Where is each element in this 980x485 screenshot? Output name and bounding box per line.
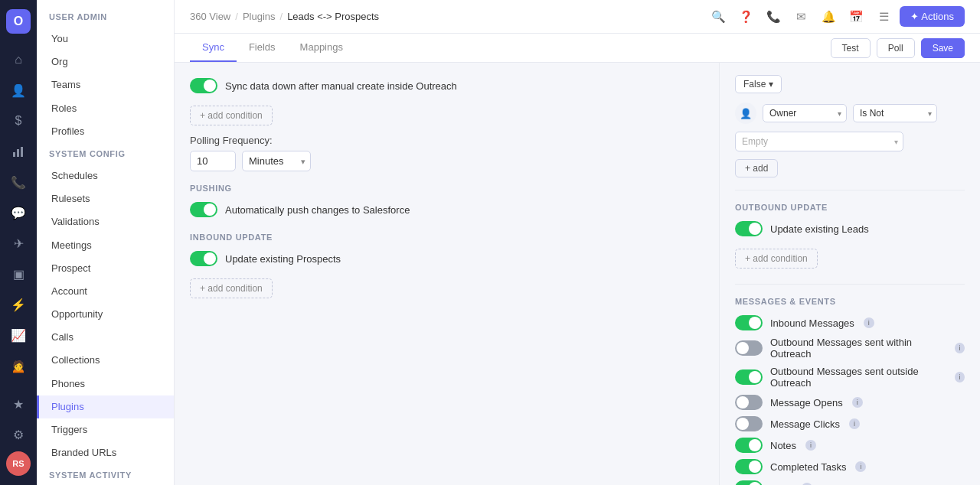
sidebar-item-teams[interactable]: Teams bbox=[37, 73, 174, 96]
add-condition-1-button[interactable]: + add condition bbox=[190, 106, 273, 125]
breadcrumb-part2[interactable]: Plugins bbox=[243, 11, 276, 22]
settings-icon[interactable]: ⚙ bbox=[5, 421, 32, 448]
menu-icon[interactable]: ☰ bbox=[872, 5, 895, 28]
auto-push-toggle[interactable] bbox=[190, 202, 217, 217]
notes-info[interactable]: i bbox=[805, 440, 816, 451]
pushing-label: PUSHING bbox=[190, 184, 704, 193]
sidebar-item-org[interactable]: Org bbox=[37, 50, 174, 73]
divider-2 bbox=[735, 284, 965, 285]
polling-unit-select[interactable]: Minutes Hours Seconds bbox=[242, 151, 311, 171]
person-icon[interactable]: 🙍 bbox=[5, 352, 32, 379]
sidebar-item-validations[interactable]: Validations bbox=[37, 210, 174, 233]
sidebar-item-meetings[interactable]: Meetings bbox=[37, 234, 174, 257]
messages-section: MESSAGES & EVENTS Inbound Messages i Out… bbox=[735, 297, 965, 485]
sidebar-item-rulesets[interactable]: Rulesets bbox=[37, 187, 174, 210]
help-icon[interactable]: ❓ bbox=[734, 5, 757, 28]
polling-value-input[interactable] bbox=[190, 151, 236, 171]
outbound-messages-outside-info[interactable]: i bbox=[955, 372, 965, 382]
tab-mappings[interactable]: Mappings bbox=[288, 34, 355, 62]
message-opens-info[interactable]: i bbox=[852, 397, 863, 408]
header-icons: 🔍 ❓ 📞 ✉ 🔔 📅 ☰ ✦ Actions bbox=[707, 5, 965, 28]
sidebar-item-triggers[interactable]: Triggers bbox=[37, 418, 174, 441]
test-button[interactable]: Test bbox=[831, 38, 871, 58]
add-button[interactable]: + add bbox=[735, 159, 778, 177]
sidebar-item-account[interactable]: Account bbox=[37, 280, 174, 303]
filter-value-row: Empty bbox=[735, 132, 965, 151]
false-dropdown[interactable]: False ▾ bbox=[735, 75, 782, 93]
notes-toggle[interactable] bbox=[735, 438, 763, 453]
people-icon[interactable]: 👤 bbox=[5, 76, 32, 104]
text-sidebar: USER ADMIN You Org Teams Roles Profiles … bbox=[37, 0, 175, 485]
send-icon[interactable]: ✈ bbox=[5, 229, 32, 257]
completed-tasks-info[interactable]: i bbox=[855, 461, 866, 472]
breadcrumb-sep2: / bbox=[280, 11, 283, 22]
update-leads-toggle-row: Update existing Leads bbox=[735, 221, 965, 236]
sidebar-item-plugins[interactable]: Plugins bbox=[37, 395, 174, 418]
app-logo: O bbox=[6, 9, 31, 34]
sidebar-item-branded-urls[interactable]: Branded URLs bbox=[37, 441, 174, 464]
avatar[interactable]: RS bbox=[6, 451, 31, 476]
update-prospects-toggle[interactable] bbox=[190, 251, 217, 266]
message-opens-toggle[interactable] bbox=[735, 395, 763, 410]
inbound-messages-info[interactable]: i bbox=[864, 317, 874, 328]
home-icon[interactable]: ⌂ bbox=[5, 46, 32, 73]
completed-tasks-toggle[interactable] bbox=[735, 459, 763, 474]
inbound-messages-toggle[interactable] bbox=[735, 315, 763, 330]
divider-1 bbox=[735, 190, 965, 190]
calls-messages-toggle[interactable] bbox=[735, 480, 763, 485]
sidebar-item-you[interactable]: You bbox=[37, 28, 174, 50]
outbound-messages-within-info[interactable]: i bbox=[955, 343, 965, 353]
breadcrumb-part1[interactable]: 360 View bbox=[190, 11, 230, 22]
sidebar-item-prospect[interactable]: Prospect bbox=[37, 257, 174, 280]
phone-icon[interactable]: 📞 bbox=[5, 168, 32, 196]
add-condition-2-button[interactable]: + add condition bbox=[190, 278, 273, 298]
chart-icon[interactable] bbox=[5, 138, 32, 165]
calls-messages-row: Calls i bbox=[735, 480, 965, 485]
poll-button[interactable]: Poll bbox=[877, 38, 915, 58]
scroll-content: Sync data down after manual create insid… bbox=[175, 63, 980, 485]
breadcrumb-sep1: / bbox=[235, 11, 238, 22]
star-icon[interactable]: ★ bbox=[5, 390, 32, 418]
sidebar-item-profiles[interactable]: Profiles bbox=[37, 120, 174, 143]
sync-data-toggle[interactable] bbox=[190, 78, 217, 93]
tabs-bar: Sync Fields Mappings Test Poll Save bbox=[175, 34, 980, 63]
search-icon[interactable]: 🔍 bbox=[707, 5, 730, 28]
add-condition-outbound-button[interactable]: + add condition bbox=[735, 249, 818, 269]
sidebar-item-calls[interactable]: Calls bbox=[37, 326, 174, 349]
sidebar-item-schedules[interactable]: Schedules bbox=[37, 164, 174, 187]
outbound-messages-within-row: Outbound Messages sent within Outreach i bbox=[735, 337, 965, 360]
sidebar-item-collections[interactable]: Collections bbox=[37, 349, 174, 372]
save-button[interactable]: Save bbox=[921, 38, 965, 58]
sync-data-label: Sync data down after manual create insid… bbox=[225, 80, 457, 92]
pushing-section: PUSHING Automatically push changes to Sa… bbox=[190, 184, 704, 217]
notification-icon[interactable]: 🔔 bbox=[817, 5, 840, 28]
completed-tasks-label: Completed Tasks bbox=[770, 461, 846, 473]
sidebar-item-roles[interactable]: Roles bbox=[37, 97, 174, 120]
filter-field-select[interactable]: Owner bbox=[763, 104, 847, 122]
box-icon[interactable]: ▣ bbox=[5, 260, 32, 288]
outbound-update-label: OUTBOUND UPDATE bbox=[735, 203, 965, 212]
tab-sync[interactable]: Sync bbox=[190, 34, 237, 62]
message-clicks-toggle[interactable] bbox=[735, 416, 763, 431]
outbound-messages-outside-toggle[interactable] bbox=[735, 369, 763, 385]
message-clicks-info[interactable]: i bbox=[849, 418, 860, 429]
outbound-messages-within-toggle[interactable] bbox=[735, 340, 763, 356]
completed-tasks-row: Completed Tasks i bbox=[735, 459, 965, 474]
lightning-icon[interactable]: ⚡ bbox=[5, 291, 32, 318]
outbound-messages-outside-label: Outbound Messages sent outside Outreach bbox=[770, 366, 946, 389]
system-activity-label: SYSTEM ACTIVITY bbox=[37, 470, 174, 485]
update-leads-toggle[interactable] bbox=[735, 221, 763, 236]
graph-icon[interactable]: 📈 bbox=[5, 321, 32, 349]
actions-button[interactable]: ✦ Actions bbox=[900, 6, 965, 27]
filter-operator-select[interactable]: Is Not Is Contains bbox=[853, 104, 937, 122]
message-icon[interactable]: 💬 bbox=[5, 199, 32, 226]
sidebar-item-opportunity[interactable]: Opportunity bbox=[37, 303, 174, 326]
sidebar-item-phones[interactable]: Phones bbox=[37, 373, 174, 395]
tab-fields[interactable]: Fields bbox=[237, 34, 288, 62]
calendar-icon[interactable]: 📅 bbox=[844, 5, 867, 28]
phone-header-icon[interactable]: 📞 bbox=[762, 5, 785, 28]
filter-value-select[interactable]: Empty bbox=[735, 132, 903, 151]
dollar-icon[interactable]: $ bbox=[5, 107, 32, 135]
inbound-messages-label: Inbound Messages bbox=[770, 317, 854, 329]
mail-icon[interactable]: ✉ bbox=[789, 5, 812, 28]
